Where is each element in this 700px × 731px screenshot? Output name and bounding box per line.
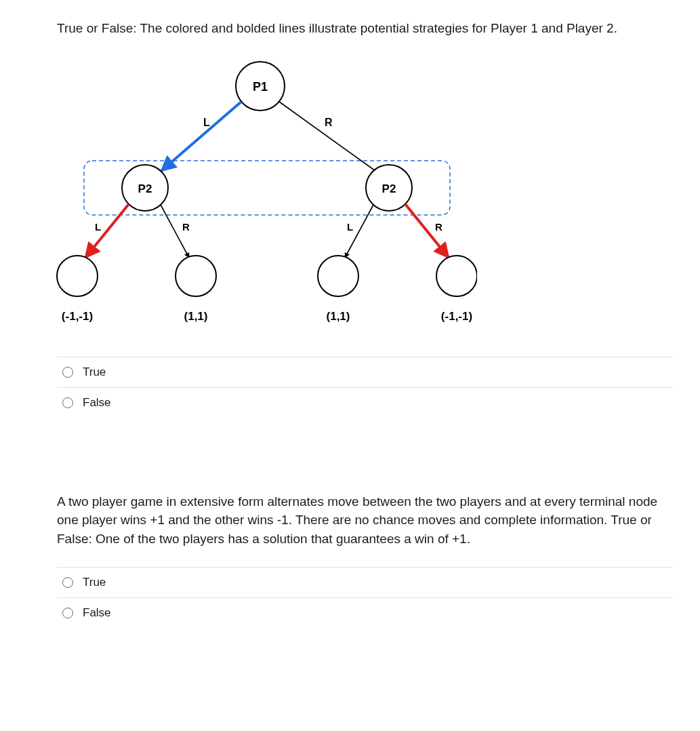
q1-option-false[interactable]: False: [57, 388, 673, 418]
option-label: True: [83, 576, 106, 589]
q1-option-true[interactable]: True: [57, 357, 673, 388]
payoff-LL: (-1,-1): [62, 310, 93, 323]
q2-option-false[interactable]: False: [57, 598, 673, 628]
radio-icon: [62, 577, 73, 588]
terminal-RR: [436, 256, 477, 296]
edge-p2L-L: [85, 204, 129, 258]
edge-p2R-L-label: L: [347, 221, 353, 233]
edge-p2L-R-label: R: [182, 221, 190, 233]
terminal-LR: [176, 256, 216, 296]
game-tree-diagram: P1 L R P2 P2 L R (-1,-1) (1,1) L: [43, 49, 477, 340]
question-1-prompt: True or False: The colored and bolded li…: [57, 19, 673, 38]
question-1-options: True False: [57, 357, 673, 418]
edge-p1-L-label: L: [203, 117, 210, 128]
terminal-RL: [318, 256, 358, 296]
option-label: False: [83, 396, 111, 410]
terminal-LL: [57, 256, 98, 296]
option-label: True: [83, 366, 106, 379]
edge-p1-R: [279, 102, 375, 171]
edge-p2R-R-label: R: [435, 221, 442, 233]
radio-icon: [62, 367, 73, 378]
option-label: False: [83, 606, 111, 620]
payoff-RR: (-1,-1): [441, 310, 472, 323]
edge-p2L-L-label: L: [95, 221, 101, 233]
node-p1-label: P1: [253, 80, 268, 94]
question-2-options: True False: [57, 567, 673, 628]
payoff-RL: (1,1): [327, 310, 350, 323]
node-p2-right-label: P2: [382, 182, 396, 195]
payoff-LR: (1,1): [184, 310, 208, 323]
radio-icon: [62, 397, 73, 408]
question-2-prompt: A two player game in extensive form alte…: [57, 492, 673, 549]
edge-p1-R-label: R: [325, 117, 333, 128]
radio-icon: [62, 608, 73, 618]
q2-option-true[interactable]: True: [57, 568, 673, 598]
node-p2-left-label: P2: [138, 182, 152, 195]
